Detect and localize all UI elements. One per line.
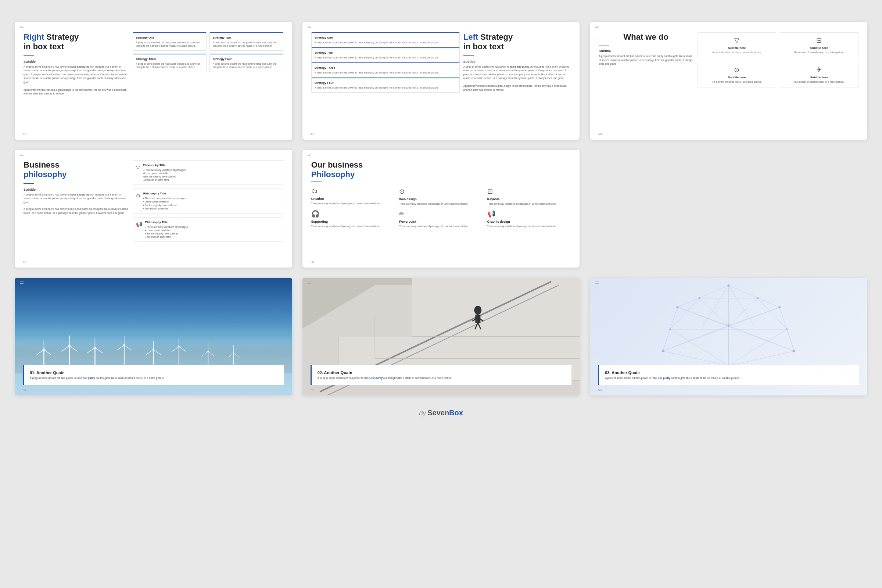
service-presentation: ⊟ Subtitle here like a strain of sacred … bbox=[780, 32, 858, 58]
slide-our-business-philosophy: Our businessPhilosophy 🗂 Creation There … bbox=[303, 150, 580, 267]
service-filter: ▽ Subtitle here like a strain of sacred … bbox=[698, 32, 776, 58]
slide3-accent bbox=[598, 46, 609, 46]
svg-line-3 bbox=[37, 350, 44, 355]
slide3-title: What we do bbox=[598, 32, 693, 42]
svg-line-19 bbox=[124, 345, 132, 350]
slide4-number: 49 bbox=[23, 260, 27, 264]
phi-item-1: ▽ Philosophy Title • There are many vari… bbox=[133, 160, 284, 185]
slide7-quote-title: 02. Another Quate bbox=[318, 370, 566, 375]
biz-graphic: 📢 Graphic design There are many variatio… bbox=[487, 210, 571, 228]
slide4-title: Businessphilosophy bbox=[24, 160, 129, 180]
slide-geo-quote: 03. Another Quate A peep at some distant… bbox=[590, 278, 867, 395]
slide8-corner-mark bbox=[595, 282, 598, 284]
svg-line-60 bbox=[729, 285, 754, 326]
svg-point-50 bbox=[474, 306, 482, 315]
presentation-icon: ⊟ bbox=[782, 36, 856, 45]
slide6-quote-box: 01. Another Quate A peep at some distant… bbox=[23, 365, 284, 385]
wind-background: 01. Another Quate A peep at some distant… bbox=[15, 278, 292, 395]
slide2-number: 47 bbox=[310, 132, 314, 136]
slide8-quote-text: A peep at some distant orb has power to … bbox=[605, 376, 854, 380]
slide2-strategy-three: Strategy Three A peep at some distant or… bbox=[311, 63, 460, 78]
slide-corner-mark bbox=[20, 26, 24, 28]
svg-point-83 bbox=[728, 324, 730, 327]
slide4-body1: A peep at some distant orb has power to … bbox=[24, 193, 129, 205]
biz-creation: 🗂 Creation There are many variations of … bbox=[311, 188, 395, 206]
svg-point-82 bbox=[676, 306, 679, 308]
slide6-quote-text: A peep at some distant orb has power to … bbox=[30, 376, 278, 380]
slide2-strategy-four: Strategy Four A peep at some distant orb… bbox=[311, 78, 460, 93]
svg-line-28 bbox=[172, 346, 179, 352]
send-icon: ✈ bbox=[782, 66, 856, 74]
slide3-services: ▽ Subtitle here like a strain of sacred … bbox=[698, 32, 858, 87]
svg-line-18 bbox=[117, 345, 124, 350]
biz-keynote: ⊡ Keynote There are many variations of p… bbox=[487, 188, 571, 206]
slide5-divider bbox=[311, 182, 322, 182]
slide-stairs-quote: 02. Another Quate A peep at some distant… bbox=[303, 278, 580, 395]
svg-line-33 bbox=[202, 351, 208, 356]
creation-icon: 🗂 bbox=[311, 188, 395, 195]
svg-line-8 bbox=[62, 346, 69, 351]
slide3-corner-mark bbox=[595, 26, 598, 28]
svg-point-87 bbox=[786, 328, 788, 330]
svg-point-78 bbox=[779, 306, 781, 308]
slide1-body: A peep at some distant orb has power to … bbox=[24, 65, 129, 96]
slide4-body2: A peep at some distant orb has power to … bbox=[24, 207, 129, 215]
slide2-divider bbox=[464, 56, 474, 56]
slide1-subtitle: Subtitle bbox=[24, 60, 129, 64]
slide5-title: Our businessPhilosophy bbox=[311, 160, 571, 179]
slide2-strategy-one: Strategy One A peep at some distant orb … bbox=[311, 32, 460, 47]
slide2-subtitle: Subtitle bbox=[464, 60, 571, 64]
svg-point-86 bbox=[669, 328, 671, 330]
slide3-number: 48 bbox=[598, 132, 602, 136]
slide6-quote-title: 01. Another Quate bbox=[30, 370, 278, 375]
slide8-quote-box: 03. Another Quate A peep at some distant… bbox=[598, 365, 859, 385]
webdesign-icon: ⊙ bbox=[399, 188, 483, 195]
svg-line-9 bbox=[69, 346, 78, 351]
slide1-strategies: Strategy One A peep at some distant orb … bbox=[133, 32, 284, 72]
footer-brand: By SevenBox bbox=[419, 409, 463, 417]
svg-line-14 bbox=[95, 348, 103, 353]
slide8-quote-title: 03. Another Quate bbox=[605, 370, 854, 375]
svg-line-4 bbox=[44, 350, 51, 355]
svg-line-29 bbox=[179, 346, 186, 352]
slide4-corner-mark bbox=[20, 154, 24, 156]
slide5-number: 50 bbox=[310, 260, 314, 264]
slide3-subtitle: Subtitle bbox=[598, 49, 693, 53]
phi-icon-1: ▽ bbox=[136, 164, 140, 170]
svg-line-71 bbox=[787, 329, 795, 351]
svg-line-73 bbox=[699, 298, 728, 325]
svg-point-85 bbox=[757, 297, 759, 299]
keynote-icon: ⊡ bbox=[487, 188, 571, 195]
slide4-divider bbox=[24, 183, 34, 184]
svg-line-23 bbox=[146, 350, 153, 355]
slide6-number: 51 bbox=[23, 388, 27, 392]
settings-icon: ⊙ bbox=[700, 66, 774, 74]
svg-line-38 bbox=[228, 353, 234, 358]
slide7-corner-mark bbox=[308, 282, 311, 284]
supporting-icon: 🎧 bbox=[311, 210, 395, 218]
slide2-corner-mark bbox=[308, 26, 311, 28]
slide5-services: 🗂 Creation There are many variations of … bbox=[311, 188, 571, 228]
stairs-background: 02. Another Quate A peep at some distant… bbox=[303, 278, 580, 395]
biz-supporting: 🎧 Supporting There are many variations o… bbox=[311, 210, 395, 228]
phi-item-3: 📢 Philosophy Title • There are many vari… bbox=[133, 217, 284, 242]
filter-icon: ▽ bbox=[700, 36, 774, 45]
phi-item-2: ⊙ Philosophy Title • There are many vari… bbox=[133, 189, 284, 213]
svg-line-24 bbox=[153, 350, 160, 355]
svg-line-39 bbox=[234, 353, 240, 358]
slide-what-we-do: What we do Subtitle A peep at some dista… bbox=[590, 22, 867, 140]
slide3-body: A peep at some distant orb has power to … bbox=[598, 54, 693, 66]
slide-right-strategy: Right Strategyin box text Subtitle A pee… bbox=[15, 22, 292, 140]
slide2-title: Left Strategyin box text bbox=[464, 32, 571, 52]
slide2-strategies: Strategy One A peep at some distant orb … bbox=[311, 32, 460, 93]
slide7-quote-text: A peep at some distant orb has power to … bbox=[318, 376, 566, 380]
powerpoint-icon: ✏ bbox=[399, 210, 483, 218]
phi-icon-2: ⊙ bbox=[136, 193, 140, 198]
slide-business-philosophy: Businessphilosophy Subtitle A peep at so… bbox=[15, 150, 292, 267]
svg-line-74 bbox=[729, 298, 758, 325]
slide-left-strategy: Strategy One A peep at some distant orb … bbox=[303, 22, 580, 140]
geo-svg bbox=[590, 278, 867, 366]
biz-webdesign: ⊙ Web design There are many variations o… bbox=[399, 188, 483, 206]
slide2-strategy-two: Strategy Two A peep at some distant orb … bbox=[311, 47, 460, 63]
slides-grid: Right Strategyin box text Subtitle A pee… bbox=[15, 22, 867, 395]
